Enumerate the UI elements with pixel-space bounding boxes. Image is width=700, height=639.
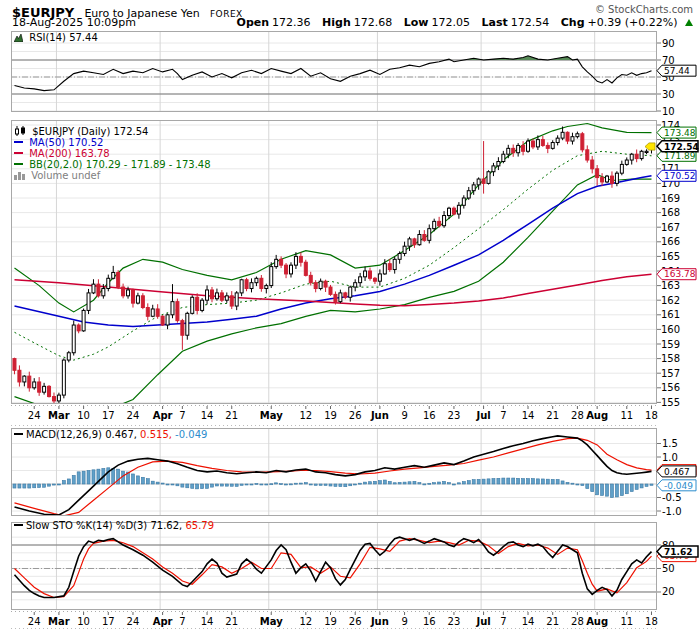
macd-hist-value: -0.049 (172, 429, 207, 440)
svg-text:166: 166 (661, 236, 680, 247)
svg-text:162: 162 (661, 295, 680, 306)
chart-canvas[interactable]: 907050301057.441741731721711701691681671… (0, 0, 700, 639)
macd-signal-value: 0.515, (137, 429, 172, 440)
svg-text:Jun: Jun (370, 616, 389, 627)
svg-text:170.52: 170.52 (664, 171, 696, 181)
svg-text:11: 11 (620, 616, 633, 627)
svg-text:23: 23 (448, 616, 461, 627)
svg-text:Jul: Jul (475, 410, 490, 421)
svg-text:17: 17 (102, 616, 115, 627)
svg-text:9: 9 (401, 616, 407, 627)
svg-text:20: 20 (662, 586, 675, 597)
svg-text:24: 24 (28, 410, 41, 421)
volume-icon (14, 171, 25, 182)
svg-text:21: 21 (546, 410, 559, 421)
svg-text:165: 165 (661, 251, 680, 262)
svg-text:159: 159 (661, 339, 680, 350)
svg-text:173.48: 173.48 (664, 128, 696, 138)
macd-legend: MACD(12,26,9) 0.467, 0.515, -0.049 (14, 429, 207, 440)
price-legend-ma50-row: MA(50) 170.52 (14, 137, 211, 148)
svg-text:Aug: Aug (586, 616, 608, 627)
svg-text:14: 14 (522, 410, 535, 421)
svg-text:Jun: Jun (370, 410, 389, 421)
svg-text:-0.049: -0.049 (664, 481, 693, 491)
svg-text:26: 26 (349, 616, 362, 627)
svg-text:1.5: 1.5 (662, 438, 678, 449)
svg-text:71.62: 71.62 (664, 547, 692, 557)
svg-text:7: 7 (500, 410, 506, 421)
sto-legend-text: Slow STO %K(14) %D(3) 71.62, (26, 520, 182, 531)
svg-text:14: 14 (522, 616, 535, 627)
svg-text:14: 14 (201, 616, 214, 627)
svg-text:0.467: 0.467 (664, 467, 690, 477)
sto-pctK-line (15, 537, 652, 597)
svg-text:155: 155 (661, 397, 680, 408)
svg-text:11: 11 (620, 410, 633, 421)
svg-text:16: 16 (423, 616, 436, 627)
ma200-legend-text: MA(200) 163.78 (29, 148, 110, 159)
svg-text:Mar: Mar (48, 616, 70, 627)
macd-swatch-icon (14, 433, 23, 435)
ma50-legend-text: MA(50) 170.52 (29, 137, 103, 148)
bb-swatch-icon (14, 163, 23, 165)
svg-text:168: 168 (661, 207, 680, 218)
svg-text:12: 12 (299, 616, 312, 627)
sto-swatch-icon (14, 524, 23, 526)
svg-text:163.78: 163.78 (664, 269, 696, 279)
svg-text:17: 17 (102, 410, 115, 421)
svg-text:24: 24 (28, 616, 41, 627)
svg-text:163: 163 (661, 280, 680, 291)
price-legend-symbol-row: $EURJPY (Daily) 172.54 (14, 126, 211, 137)
svg-text:Jul: Jul (475, 616, 490, 627)
svg-text:19: 19 (324, 410, 337, 421)
svg-text:10: 10 (662, 106, 675, 117)
svg-text:24: 24 (127, 616, 140, 627)
svg-text:50: 50 (662, 563, 675, 574)
svg-text:7: 7 (179, 410, 185, 421)
svg-text:-1.0: -1.0 (662, 506, 682, 517)
svg-text:7: 7 (179, 616, 185, 627)
price-legend-volume-row: Volume undef (14, 170, 211, 181)
svg-text:90: 90 (662, 38, 675, 49)
svg-text:21: 21 (225, 616, 238, 627)
svg-text:26: 26 (349, 410, 362, 421)
svg-text:16: 16 (423, 410, 436, 421)
svg-text:18: 18 (645, 616, 658, 627)
price-legend-symbol-text: $EURJPY (Daily) 172.54 (32, 126, 148, 137)
svg-text:May: May (260, 616, 283, 627)
sto-legend: Slow STO %K(14) %D(3) 71.62, 65.79 (14, 520, 214, 531)
sto-d-value: 65.79 (182, 520, 214, 531)
price-legend-ma200-row: MA(200) 163.78 (14, 148, 211, 159)
svg-text:May: May (260, 410, 283, 421)
svg-text:12: 12 (299, 410, 312, 421)
svg-text:23: 23 (448, 410, 461, 421)
bb_lower-line (15, 175, 652, 412)
sto-plot (11, 522, 657, 610)
rsi-icon (14, 33, 23, 44)
svg-text:21: 21 (546, 616, 559, 627)
svg-text:Mar: Mar (48, 410, 70, 421)
svg-text:169: 169 (661, 193, 680, 204)
svg-text:24: 24 (127, 410, 140, 421)
svg-text:160: 160 (661, 324, 680, 335)
macd-legend-text: MACD(12,26,9) 0.467, (26, 429, 137, 440)
rsi-plot (11, 31, 657, 112)
stockcharts-page: $EURJPY Euro to Japanese Yen FOREX © Sto… (0, 0, 700, 639)
svg-text:28: 28 (571, 616, 584, 627)
svg-text:Apr: Apr (153, 616, 173, 627)
svg-text:172.54: 172.54 (664, 142, 699, 152)
svg-text:158: 158 (661, 353, 680, 364)
svg-text:18: 18 (645, 410, 658, 421)
svg-text:30: 30 (662, 89, 675, 100)
svg-text:157: 157 (661, 368, 680, 379)
svg-text:19: 19 (324, 616, 337, 627)
macd-plot (11, 428, 657, 516)
bb-legend-text: BB(20,2.0) 170.29 - 171.89 - 173.48 (29, 159, 210, 170)
svg-text:-0.5: -0.5 (662, 492, 682, 503)
svg-text:9: 9 (401, 410, 407, 421)
price-legend-bb-row: BB(20,2.0) 170.29 - 171.89 - 173.48 (14, 159, 211, 170)
svg-text:10: 10 (77, 616, 90, 627)
svg-text:1.0: 1.0 (662, 452, 678, 463)
svg-text:Apr: Apr (153, 410, 173, 421)
svg-text:28: 28 (571, 410, 584, 421)
